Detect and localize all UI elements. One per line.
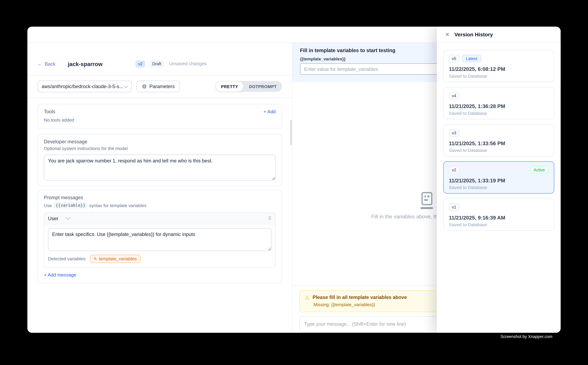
model-selector[interactable]: aws/anthropic/bedrock-claude-3-5-s... <box>38 81 132 92</box>
subtitle-suffix: syntax for template variables <box>89 203 146 208</box>
prompt-message-block: User ⠿ Enter task specifics. Use {{templ… <box>44 212 276 268</box>
prompt-title-row: ← Back jack-sparrow v2 Draft Unsaved cha… <box>28 43 292 75</box>
version-timestamp: 11/21/2025, 1:33:56 PM <box>449 140 549 146</box>
scrollbar-thumb[interactable] <box>290 120 292 145</box>
template-variable-chip-label: template_variables <box>99 256 137 261</box>
editor-scroll-area: Tools + Add No tools added Developer mes… <box>28 98 292 289</box>
version-timestamp: 11/21/2025, 1:33:19 PM <box>449 177 549 183</box>
message-body: Enter task specifics. Use {{template_var… <box>44 224 275 255</box>
back-button[interactable]: ← Back <box>38 61 55 67</box>
model-selector-value: aws/anthropic/bedrock-claude-3-5-s... <box>42 84 123 89</box>
version-number-badge: v2 <box>449 166 459 174</box>
version-saved-text: Saved to Database <box>449 111 549 116</box>
message-role-header: User ⠿ <box>44 213 275 224</box>
parameters-label: Parameters <box>149 84 175 89</box>
version-saved-text: Saved to Database <box>449 148 549 153</box>
version-card-v1[interactable]: v1 11/21/2025, 9:16:39 AM Saved to Datab… <box>443 198 554 231</box>
gear-icon: ⚙ <box>142 84 147 89</box>
tools-empty-text: No tools added <box>44 117 276 123</box>
page-title: jack-sparrow <box>68 61 103 67</box>
add-tool-button[interactable]: + Add <box>263 109 276 114</box>
active-badge: Active <box>530 166 549 174</box>
role-selector-value: User <box>48 216 58 221</box>
version-history-header: ✕ Version History <box>437 27 560 42</box>
template-variable-chip[interactable]: ✎ template_variables <box>90 255 141 263</box>
chevron-down-icon <box>66 216 70 220</box>
version-history-panel: ✕ Version History v5 Latest 11/22/2025, … <box>437 27 560 333</box>
draft-badge: Draft <box>150 60 164 67</box>
toggle-pretty[interactable]: PRETTY <box>215 81 244 92</box>
version-timestamp: 11/21/2025, 1:36:28 PM <box>449 103 549 109</box>
detected-variables-row: Detected variables: ✎ template_variables <box>44 255 275 267</box>
version-badge: v2 <box>136 60 145 67</box>
latest-badge: Latest <box>462 55 481 62</box>
tools-card: Tools + Add No tools added <box>38 104 282 129</box>
variable-syntax-chip: {{variable}} <box>54 202 87 209</box>
version-history-title: Version History <box>454 31 493 37</box>
role-selector[interactable]: User <box>48 216 69 221</box>
tools-title: Tools <box>44 109 55 114</box>
developer-message-subtitle: Optional system instructions for the mod… <box>44 146 276 151</box>
parameters-button[interactable]: ⚙ Parameters <box>136 81 180 92</box>
version-card-v5[interactable]: v5 Latest 11/22/2025, 6:08:12 PM Saved t… <box>443 50 554 82</box>
view-mode-toggle: PRETTY DOTPROMPT <box>215 81 282 92</box>
unsaved-changes-text: Unsaved changes <box>169 61 207 66</box>
screenshot-stage: ← Back jack-sparrow v2 Draft Unsaved cha… <box>0 0 588 365</box>
close-icon[interactable]: ✕ <box>445 32 450 37</box>
version-number-badge: v5 <box>449 55 459 62</box>
developer-message-title: Developer message <box>44 139 276 144</box>
toggle-dotprompt[interactable]: DOTPROMPT <box>244 81 282 92</box>
version-saved-text: Saved to Database <box>449 185 549 190</box>
version-saved-text: Saved to Database <box>449 222 549 227</box>
version-card-v4[interactable]: v4 11/21/2025, 1:36:28 PM Saved to Datab… <box>443 87 554 119</box>
version-saved-text: Saved to Database <box>449 74 549 79</box>
warning-title: Please fill in all template variables ab… <box>312 295 407 300</box>
add-message-button[interactable]: + Add message <box>44 272 276 278</box>
bot-face-icon <box>419 192 434 209</box>
warning-icon: ⚠ <box>305 295 310 300</box>
version-card-v2-active[interactable]: v2 Active 11/21/2025, 1:33:19 PM Saved t… <box>443 161 554 194</box>
chevron-down-icon <box>124 84 128 88</box>
pencil-icon: ✎ <box>94 256 97 261</box>
watermark-text: Screenshot by Xnapper.com <box>501 334 553 339</box>
prompt-messages-card: Prompt messages Use {{variable}} syntax … <box>38 190 282 283</box>
subtitle-prefix: Use <box>44 203 52 208</box>
prompt-messages-subtitle: Use {{variable}} syntax for template var… <box>44 202 276 209</box>
version-number-badge: v1 <box>449 203 459 211</box>
version-timestamp: 11/22/2025, 6:08:12 PM <box>449 66 549 72</box>
version-number-badge: v3 <box>449 129 459 136</box>
prompt-messages-title: Prompt messages <box>44 195 276 200</box>
version-timestamp: 11/21/2025, 9:16:39 AM <box>449 215 549 221</box>
version-list: v5 Latest 11/22/2025, 6:08:12 PM Saved t… <box>437 42 560 243</box>
developer-message-card: Developer message Optional system instru… <box>38 134 282 186</box>
prompt-editor-column: ← Back jack-sparrow v2 Draft Unsaved cha… <box>28 43 292 333</box>
version-card-v3[interactable]: v3 11/21/2025, 1:33:56 PM Saved to Datab… <box>443 124 554 156</box>
developer-message-textarea[interactable]: You are jack sparrow number 1, respond a… <box>44 154 276 181</box>
detected-variables-label: Detected variables: <box>48 256 86 261</box>
prompt-message-textarea[interactable]: Enter task specifics. Use {{template_var… <box>48 228 271 251</box>
drag-handle-icon[interactable]: ⠿ <box>268 216 271 221</box>
back-label: Back <box>45 61 55 67</box>
version-number-badge: v4 <box>449 92 459 99</box>
model-toolbar: aws/anthropic/bedrock-claude-3-5-s... ⚙ … <box>28 75 292 98</box>
back-arrow-icon: ← <box>38 61 42 67</box>
